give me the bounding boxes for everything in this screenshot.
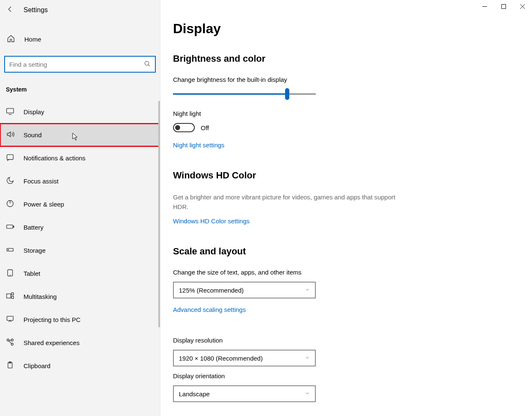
advanced-scaling-link[interactable]: Advanced scaling settings — [173, 306, 246, 313]
night-light-label: Night light — [173, 110, 408, 117]
sidebar-item-display[interactable]: Display — [0, 100, 160, 123]
brightness-heading: Brightness and color — [173, 53, 408, 64]
svg-rect-4 — [7, 154, 13, 160]
section-label: System — [0, 86, 160, 100]
sidebar-item-label: Multitasking — [24, 293, 57, 300]
svg-rect-25 — [502, 4, 506, 8]
hdcolor-link[interactable]: Windows HD Color settings — [173, 217, 250, 225]
svg-rect-8 — [13, 226, 14, 227]
sidebar-item-label: Power & sleep — [24, 201, 64, 208]
window-controls — [475, 0, 532, 13]
sidebar-scrollbar[interactable] — [158, 101, 160, 327]
storage-icon — [6, 246, 14, 255]
sidebar-item-label: Tablet — [24, 270, 40, 277]
sidebar-item-focus[interactable]: Focus assist — [0, 170, 160, 193]
svg-rect-16 — [7, 316, 13, 320]
night-light-state: Off — [201, 124, 209, 131]
close-button[interactable] — [513, 0, 532, 13]
page-title: Display — [173, 21, 532, 37]
chevron-down-icon — [305, 287, 310, 293]
sidebar-item-label: Clipboard — [24, 362, 50, 369]
brightness-slider-label: Change brightness for the built-in displ… — [173, 76, 408, 83]
main-content: Display Brightness and color Change brig… — [160, 0, 532, 416]
hdcolor-desc: Get a brighter and more vibrant picture … — [173, 193, 408, 212]
sidebar-item-label: Shared experiences — [24, 339, 79, 346]
text-size-dropdown[interactable]: 125% (Recommended) — [173, 282, 316, 298]
sidebar-item-clipboard[interactable]: Clipboard — [0, 354, 160, 377]
sidebar: Settings Home System Display Sound — [0, 0, 160, 416]
minimize-button[interactable] — [475, 0, 494, 13]
cursor-icon — [71, 133, 80, 143]
svg-point-0 — [145, 61, 149, 65]
sidebar-item-power[interactable]: Power & sleep — [0, 193, 160, 216]
search-input-wrap[interactable] — [4, 56, 156, 73]
sidebar-item-label: Projecting to this PC — [24, 316, 81, 323]
search-icon — [144, 60, 151, 68]
scale-heading: Scale and layout — [173, 246, 408, 257]
sidebar-item-multitasking[interactable]: Multitasking — [0, 285, 160, 308]
brightness-slider[interactable] — [173, 89, 316, 99]
svg-rect-15 — [11, 296, 13, 298]
svg-point-10 — [8, 249, 9, 250]
clipboard-icon — [6, 361, 14, 371]
multitasking-icon — [6, 292, 14, 301]
tablet-icon — [6, 269, 14, 278]
sidebar-item-projecting[interactable]: Projecting to this PC — [0, 308, 160, 331]
night-light-toggle[interactable] — [173, 123, 195, 132]
resolution-dropdown[interactable]: 1920 × 1080 (Recommended) — [173, 350, 316, 366]
home-button[interactable]: Home — [0, 29, 160, 50]
svg-rect-14 — [11, 293, 13, 295]
orientation-label: Display orientation — [173, 372, 408, 379]
sidebar-item-shared[interactable]: Shared experiences — [0, 331, 160, 354]
chevron-down-icon — [305, 355, 310, 361]
sidebar-item-battery[interactable]: Battery — [0, 216, 160, 239]
slider-fill — [173, 94, 287, 95]
projecting-icon — [6, 315, 14, 324]
sidebar-item-tablet[interactable]: Tablet — [0, 262, 160, 285]
svg-line-19 — [9, 341, 12, 344]
sidebar-item-notifications[interactable]: Notifications & actions — [0, 147, 160, 170]
shared-icon — [6, 338, 14, 348]
resolution-label: Display resolution — [173, 337, 408, 344]
sidebar-item-label: Focus assist — [24, 178, 58, 185]
sidebar-item-label: Sound — [24, 131, 42, 139]
sidebar-item-label: Notifications & actions — [24, 154, 86, 162]
slider-thumb[interactable] — [285, 88, 289, 100]
monitor-icon — [6, 107, 14, 117]
hdcolor-heading: Windows HD Color — [173, 170, 408, 181]
home-icon — [7, 34, 15, 44]
sidebar-item-sound[interactable]: Sound — [0, 123, 160, 147]
text-size-value: 125% (Recommended) — [179, 287, 244, 294]
night-light-settings-link[interactable]: Night light settings — [173, 141, 225, 149]
sound-icon — [6, 130, 14, 140]
app-title: Settings — [24, 6, 48, 14]
sidebar-item-storage[interactable]: Storage — [0, 239, 160, 262]
power-icon — [6, 199, 14, 209]
sidebar-item-label: Battery — [24, 224, 44, 231]
orientation-value: Landscape — [179, 390, 210, 398]
chevron-down-icon — [305, 391, 310, 397]
home-label: Home — [24, 36, 41, 43]
sidebar-item-label: Display — [24, 108, 44, 115]
maximize-button[interactable] — [494, 0, 513, 13]
resolution-value: 1920 × 1080 (Recommended) — [179, 355, 263, 362]
svg-rect-13 — [7, 294, 11, 298]
svg-rect-7 — [7, 225, 13, 228]
nav-list: Display Sound Notifications & actions Fo… — [0, 100, 160, 377]
text-size-label: Change the size of text, apps, and other… — [173, 269, 408, 276]
svg-line-1 — [148, 65, 149, 66]
toggle-knob — [175, 125, 180, 130]
notifications-icon — [6, 153, 14, 163]
orientation-dropdown[interactable]: Landscape — [173, 385, 316, 402]
svg-rect-2 — [7, 108, 14, 113]
focus-icon — [6, 176, 14, 186]
sidebar-item-label: Storage — [24, 247, 46, 254]
back-arrow-icon[interactable] — [5, 5, 15, 15]
search-input[interactable] — [9, 61, 144, 68]
battery-icon — [6, 222, 14, 232]
